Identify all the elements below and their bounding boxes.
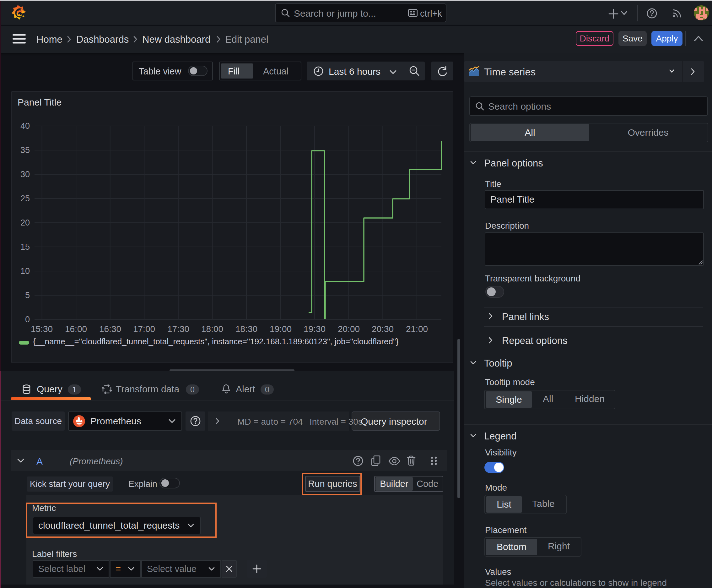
svg-text:16:00: 16:00 (65, 324, 87, 334)
svg-text:16:30: 16:30 (99, 324, 121, 334)
svg-text:20:00: 20:00 (338, 324, 360, 334)
svg-text:21:00: 21:00 (406, 324, 428, 334)
svg-text:5: 5 (25, 291, 30, 300)
svg-text:18:30: 18:30 (235, 324, 257, 334)
svg-text:40: 40 (20, 121, 30, 131)
svg-text:17:30: 17:30 (167, 324, 189, 334)
svg-text:18:00: 18:00 (201, 324, 223, 334)
svg-text:0: 0 (25, 315, 30, 324)
svg-text:19:30: 19:30 (304, 324, 326, 334)
svg-text:10: 10 (20, 266, 30, 276)
svg-text:20:30: 20:30 (372, 324, 394, 334)
svg-text:35: 35 (20, 145, 30, 155)
svg-text:15:30: 15:30 (31, 324, 53, 334)
svg-text:30: 30 (20, 170, 30, 179)
svg-text:19:00: 19:00 (270, 324, 292, 334)
svg-text:25: 25 (20, 194, 30, 203)
svg-text:20: 20 (20, 218, 30, 227)
svg-text:17:00: 17:00 (133, 324, 155, 334)
svg-text:{__name__="cloudflared_tunnel_: {__name__="cloudflared_tunnel_total_requ… (33, 337, 399, 346)
svg-text:15: 15 (20, 242, 30, 252)
